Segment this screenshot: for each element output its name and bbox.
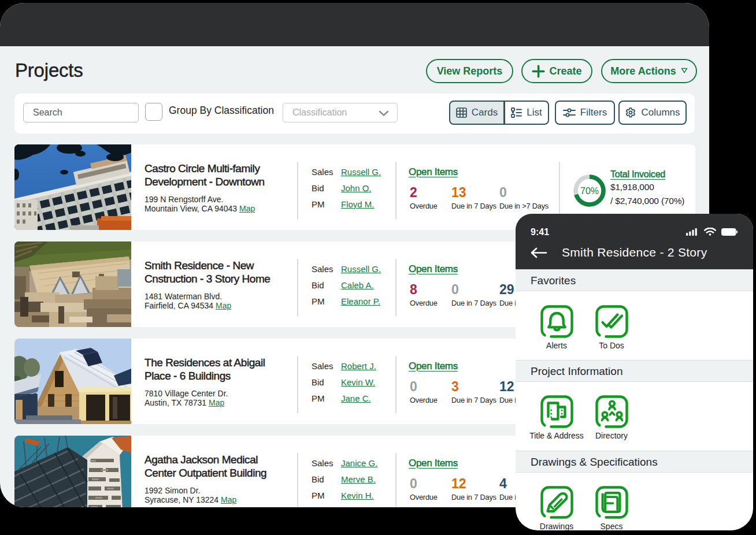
svg-text:70%: 70% [580,186,599,196]
